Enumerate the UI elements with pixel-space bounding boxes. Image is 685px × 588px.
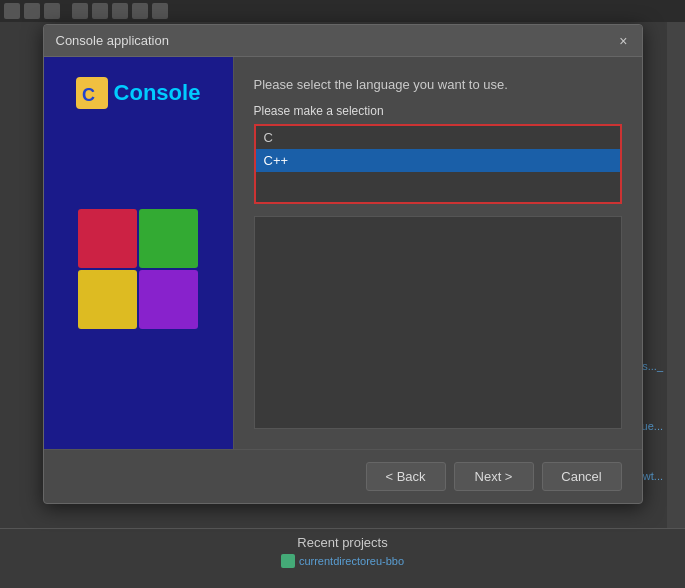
cube-red: [78, 209, 137, 268]
cancel-button[interactable]: Cancel: [542, 462, 622, 491]
dialog-left-panel: C Console: [44, 57, 234, 449]
listbox-item-c[interactable]: C: [256, 126, 620, 149]
dialog-footer: < Back Next > Cancel: [44, 449, 642, 503]
listbox-item-cpp[interactable]: C++: [256, 149, 620, 172]
cube-purple: [139, 270, 198, 329]
dialog-overlay: Console application × C Console: [0, 0, 685, 588]
svg-text:C: C: [82, 85, 95, 105]
console-label-text: Console: [114, 80, 201, 106]
cubes-grid: [78, 209, 198, 329]
dialog-right-panel: Please select the language you want to u…: [234, 57, 642, 449]
back-button[interactable]: < Back: [366, 462, 446, 491]
dialog-title: Console application: [56, 33, 169, 48]
dialog-instruction: Please select the language you want to u…: [254, 77, 622, 92]
selection-label: Please make a selection: [254, 104, 622, 118]
next-button[interactable]: Next >: [454, 462, 534, 491]
cube-yellow: [78, 270, 137, 329]
language-listbox[interactable]: C C++: [254, 124, 622, 204]
dialog-close-button[interactable]: ×: [617, 34, 629, 48]
console-header: C Console: [76, 77, 201, 109]
description-area: [254, 216, 622, 429]
dialog-body: C Console Please select the language you…: [44, 57, 642, 449]
dialog-titlebar: Console application ×: [44, 25, 642, 57]
console-application-dialog: Console application × C Console: [43, 24, 643, 504]
cube-green: [139, 209, 198, 268]
console-icon-svg: C: [76, 77, 108, 109]
